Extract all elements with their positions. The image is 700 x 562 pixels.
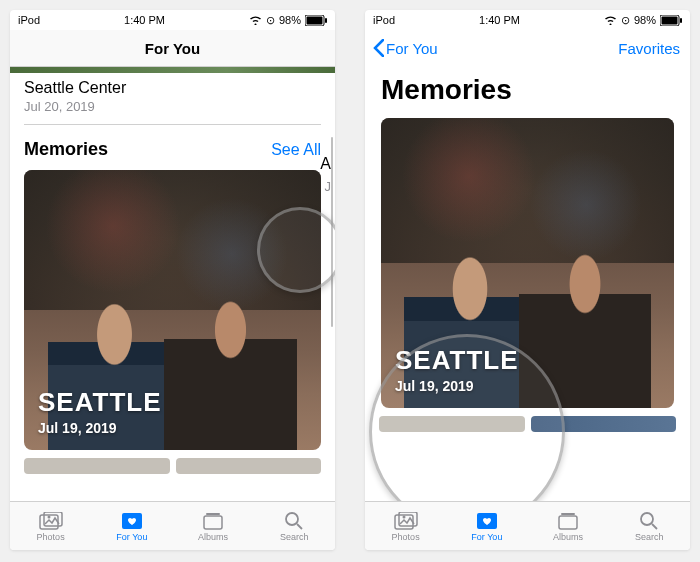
tab-photos[interactable]: Photos: [365, 502, 446, 550]
thumbnail[interactable]: [176, 458, 322, 474]
person-right: [164, 296, 298, 450]
cutoff-letter: A: [320, 155, 331, 173]
tab-for-you[interactable]: For You: [446, 502, 527, 550]
heart-card-icon: [120, 511, 144, 531]
status-time: 1:40 PM: [124, 14, 165, 26]
svg-line-10: [297, 524, 302, 529]
memory-date: Jul 19, 2019: [395, 378, 519, 394]
svg-rect-19: [561, 513, 575, 515]
svg-rect-18: [559, 516, 577, 529]
battery-icon: [305, 15, 327, 26]
memory-date: Jul 19, 2019: [38, 420, 162, 436]
tab-label: For You: [471, 532, 502, 542]
thumbnail-row: [24, 458, 321, 474]
nav-bar: For You Favorites: [365, 30, 690, 66]
tab-label: Search: [280, 532, 309, 542]
tab-label: Search: [635, 532, 664, 542]
svg-rect-7: [204, 516, 222, 529]
phone-left: iPod 1:40 PM ⊙ 98% For You Seattle Cente…: [10, 10, 335, 550]
svg-line-21: [652, 524, 657, 529]
tab-search[interactable]: Search: [254, 502, 335, 550]
search-icon: [637, 511, 661, 531]
wifi-icon: [604, 15, 617, 25]
tab-albums[interactable]: Albums: [173, 502, 254, 550]
place-name: Seattle Center: [24, 79, 321, 97]
nav-title: For You: [145, 40, 200, 57]
status-bar: iPod 1:40 PM ⊙ 98%: [10, 10, 335, 30]
svg-rect-1: [307, 16, 323, 24]
battery-icon: [660, 15, 682, 26]
place-header[interactable]: Seattle Center Jul 20, 2019: [10, 73, 335, 124]
thumbnail[interactable]: [531, 416, 677, 432]
tab-albums[interactable]: Albums: [528, 502, 609, 550]
thumbnail[interactable]: [24, 458, 170, 474]
favorites-button[interactable]: Favorites: [618, 40, 680, 57]
memory-photo-bg: [381, 118, 674, 263]
heart-card-icon: [475, 511, 499, 531]
search-icon: [282, 511, 306, 531]
place-date: Jul 20, 2019: [24, 99, 321, 114]
memory-overlay: SEATTLE Jul 19, 2019: [395, 345, 519, 394]
tab-label: Albums: [553, 532, 583, 542]
thumbnail-row: [379, 416, 676, 432]
content-area: Seattle Center Jul 20, 2019 A J Memories…: [10, 67, 335, 501]
tab-for-you[interactable]: For You: [91, 502, 172, 550]
tab-label: Albums: [198, 532, 228, 542]
svg-rect-15: [399, 512, 417, 526]
albums-icon: [556, 511, 580, 531]
memory-overlay: SEATTLE Jul 19, 2019: [38, 387, 162, 436]
battery-pct: 98%: [279, 14, 301, 26]
tab-photos[interactable]: Photos: [10, 502, 91, 550]
tab-label: Photos: [37, 532, 65, 542]
memory-card[interactable]: SEATTLE Jul 19, 2019: [24, 170, 321, 450]
status-bar: iPod 1:40 PM ⊙ 98%: [365, 10, 690, 30]
rotation-lock-icon: ⊙: [266, 14, 275, 27]
person-right: [519, 249, 651, 409]
tab-bar: Photos For You Albums Search: [10, 501, 335, 550]
status-right: ⊙ 98%: [604, 14, 682, 27]
device-label: iPod: [373, 14, 395, 26]
memory-title: SEATTLE: [395, 345, 519, 376]
photos-icon: [394, 511, 418, 531]
thumbnail[interactable]: [379, 416, 525, 432]
back-button[interactable]: For You: [373, 39, 438, 57]
tab-label: Photos: [392, 532, 420, 542]
wifi-icon: [249, 15, 262, 25]
nav-bar: For You: [10, 30, 335, 67]
status-right: ⊙ 98%: [249, 14, 327, 27]
memory-photo-bg: [24, 170, 321, 310]
albums-icon: [201, 511, 225, 531]
see-all-button[interactable]: See All: [271, 141, 321, 159]
svg-point-5: [47, 515, 50, 518]
svg-rect-12: [662, 16, 678, 24]
phone-right: iPod 1:40 PM ⊙ 98% For You Favorites Mem…: [365, 10, 690, 550]
memory-card[interactable]: SEATTLE Jul 19, 2019: [381, 118, 674, 408]
back-label: For You: [386, 40, 438, 57]
status-time: 1:40 PM: [479, 14, 520, 26]
content-area: Memories SEATTLE Jul 19, 2019: [365, 66, 690, 501]
svg-rect-4: [44, 512, 62, 526]
svg-point-20: [641, 513, 653, 525]
svg-point-16: [402, 515, 405, 518]
tab-label: For You: [116, 532, 147, 542]
scroll-indicator: [331, 137, 333, 327]
memory-title: SEATTLE: [38, 387, 162, 418]
rotation-lock-icon: ⊙: [621, 14, 630, 27]
section-title: Memories: [24, 139, 108, 160]
svg-rect-13: [680, 18, 682, 23]
svg-rect-8: [206, 513, 220, 515]
battery-pct: 98%: [634, 14, 656, 26]
svg-point-9: [286, 513, 298, 525]
tab-search[interactable]: Search: [609, 502, 690, 550]
page-title: Memories: [365, 66, 690, 118]
memories-section-header: Memories See All: [10, 125, 335, 170]
tab-bar: Photos For You Albums Search: [365, 501, 690, 550]
device-label: iPod: [18, 14, 40, 26]
svg-rect-2: [325, 18, 327, 23]
chevron-left-icon: [373, 39, 384, 57]
photos-icon: [39, 511, 63, 531]
